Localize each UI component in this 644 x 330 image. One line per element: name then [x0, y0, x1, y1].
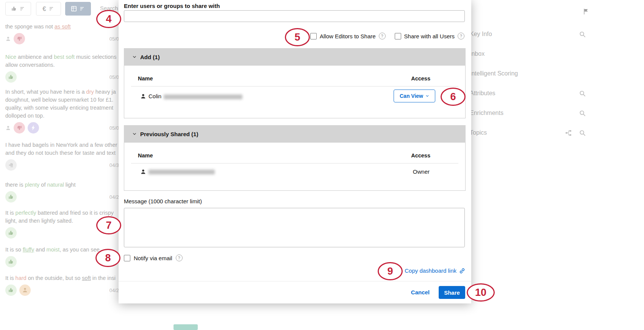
recipients-input[interactable] [124, 10, 465, 22]
cancel-button[interactable]: Cancel [411, 289, 430, 295]
access-column-header: Access [411, 152, 430, 159]
allow-editors-label: Allow Editors to Share [320, 33, 376, 39]
previously-shared-body: Name Access Owner [124, 143, 466, 191]
message-textarea[interactable] [124, 208, 465, 247]
add-section-title: Add (1) [140, 54, 160, 60]
person-icon [140, 93, 146, 99]
allow-editors-checkbox[interactable] [310, 33, 317, 39]
notify-row: Notify via email ? [124, 255, 183, 261]
share-button[interactable]: Share [439, 286, 465, 299]
chevron-down-icon [132, 55, 137, 59]
footer-divider [119, 281, 471, 281]
share-dialog: Enter users or groups to share with Allo… [119, 0, 471, 303]
redacted-email [164, 94, 242, 99]
chevron-down-icon [132, 132, 137, 136]
help-icon[interactable]: ? [458, 33, 464, 39]
access-column-header: Access [411, 75, 430, 82]
add-section-header[interactable]: Add (1) [124, 48, 466, 66]
divider [131, 163, 458, 163]
notify-email-checkbox[interactable] [124, 255, 130, 261]
notify-email-label: Notify via email [134, 255, 172, 261]
link-icon [459, 268, 465, 274]
access-level-value: Can View [400, 93, 423, 99]
copy-dashboard-link[interactable]: Copy dashboard link [405, 267, 465, 274]
redacted-email [148, 170, 215, 174]
copy-dashboard-link-label: Copy dashboard link [405, 267, 456, 274]
recipient-name: Colin [148, 93, 161, 99]
share-options-row: Allow Editors to Share ? Share with all … [310, 33, 464, 39]
person-icon [140, 169, 146, 175]
message-label: Message (1000 character limit) [124, 198, 202, 204]
help-icon[interactable]: ? [379, 33, 386, 39]
previously-shared-section-header[interactable]: Previously Shared (1) [124, 125, 466, 143]
name-column-header: Name [138, 152, 153, 159]
share-all-users-checkbox[interactable] [395, 33, 401, 39]
access-level-dropdown[interactable]: Can View [394, 90, 435, 102]
chevron-down-icon [425, 94, 429, 98]
help-icon[interactable]: ? [176, 255, 183, 261]
recipients-label: Enter users or groups to share with [124, 3, 220, 9]
name-column-header: Name [138, 75, 153, 82]
divider [131, 86, 458, 86]
owner-access-value: Owner [413, 168, 430, 175]
share-all-users-label: Share with all Users [404, 33, 455, 39]
add-section-body: Name Access Colin Can View [124, 66, 466, 118]
previously-shared-title: Previously Shared (1) [140, 131, 198, 137]
